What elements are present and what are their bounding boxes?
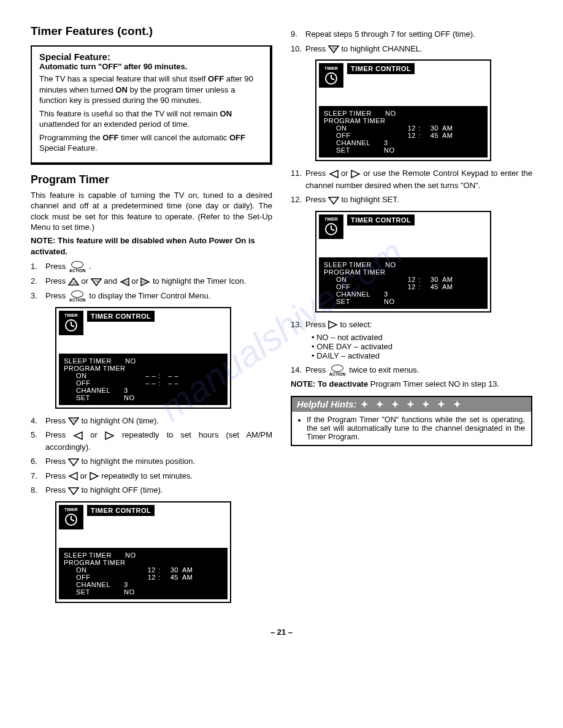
svg-line-32 — [331, 229, 334, 230]
osd-screen-2: TIMER TIMER CONTROL SLEEP TIMERNO PROGRA… — [55, 501, 231, 603]
timer-icon: TIMER — [59, 505, 83, 529]
osd-panel: SLEEP TIMERNO PROGRAM TIMER ON12:30AM OF… — [59, 548, 228, 599]
left-icon: VOL — [120, 278, 129, 286]
action-button-icon: ACTION — [329, 365, 346, 376]
right-steps-cont: 11. Press or or use the Remote Control K… — [291, 167, 532, 206]
svg-text:CH: CH — [71, 281, 77, 284]
svg-marker-29 — [329, 197, 339, 204]
svg-text:CH: CH — [93, 279, 99, 283]
left-steps: 1. Press ACTION . 2. Press CH or CH and … — [31, 260, 272, 302]
svg-marker-13 — [74, 432, 82, 439]
step-13: Press to select: — [305, 319, 532, 331]
special-p2: This feature is useful so that the TV wi… — [39, 108, 262, 130]
left-steps-cont: 4. Press CH to highlight ON (time). 5. P… — [31, 415, 272, 496]
option-one-day: ONE DAY – activated — [312, 342, 532, 351]
step-6: Press to highlight the minutes position. — [45, 455, 272, 468]
svg-line-10 — [71, 325, 74, 327]
right-steps: 9.Repeat steps 5 through 7 for setting O… — [291, 28, 532, 55]
left-icon — [329, 170, 339, 178]
special-p3: Programming the OFF timer will cancel th… — [39, 132, 262, 154]
action-button-icon: ACTION — [69, 261, 86, 273]
svg-marker-28 — [351, 170, 359, 178]
step-2: Press CH or CH and VOL or VOL to highlig… — [45, 275, 272, 287]
osd-panel: SLEEP TIMERNO PROGRAM TIMER ON12:30AM OF… — [319, 106, 488, 157]
osd-panel: SLEEP TIMERNO PROGRAM TIMER ON– –:– – OF… — [59, 354, 228, 405]
svg-text:CH: CH — [331, 47, 337, 50]
page-title: Timer Features (cont.) — [31, 25, 272, 38]
helpful-hints-box: Helpful Hints:✦ ✦ ✦ ✦ ✦ ✦ ✦ If the Progr… — [291, 396, 532, 446]
special-feature-box: Special Feature: Automatic turn "OFF" af… — [31, 45, 272, 165]
down-icon: CH — [68, 417, 79, 425]
timer-control-label: TIMER CONTROL — [87, 505, 155, 516]
step-14: Press ACTION twice to exit menus. — [305, 364, 532, 376]
svg-marker-16 — [69, 472, 77, 480]
timer-icon: TIMER — [59, 311, 83, 335]
right-steps-final: 13. Press to select: — [291, 319, 532, 331]
step-3: Press ACTION to display the Timer Contro… — [45, 290, 272, 302]
step-7: Press or repeatedly to set minutes. — [45, 470, 272, 482]
svg-marker-33 — [329, 321, 337, 328]
svg-line-26 — [331, 78, 334, 80]
svg-marker-15 — [69, 459, 79, 466]
left-column: Timer Features (cont.) Special Feature: … — [31, 25, 272, 609]
step-11: Press or or use the Remote Control Keypa… — [305, 167, 532, 191]
down-icon — [68, 458, 79, 466]
right-column: 9.Repeat steps 5 through 7 for setting O… — [291, 25, 532, 609]
svg-line-21 — [71, 520, 74, 521]
osd-screen-4: TIMER TIMER CONTROL SLEEP TIMERNO PROGRA… — [315, 211, 491, 313]
osd-panel: SLEEP TIMERNO PROGRAM TIMER ON12:30AM OF… — [319, 257, 488, 309]
right-icon — [105, 431, 115, 440]
helpful-hints-body: If the Program Timer "ON" functions whil… — [292, 412, 531, 445]
up-icon: CH — [68, 278, 79, 286]
step-9: Repeat steps 5 through 7 for setting OFF… — [305, 28, 532, 40]
svg-text:CH: CH — [71, 419, 77, 422]
right-icon — [351, 170, 361, 178]
down-icon: CH — [328, 45, 339, 53]
two-column-layout: Timer Features (cont.) Special Feature: … — [31, 25, 532, 609]
timer-control-label: TIMER CONTROL — [347, 63, 415, 74]
right-icon — [328, 320, 338, 329]
svg-text:VOL: VOL — [141, 280, 147, 284]
program-timer-desc: This feature is capable of turning the T… — [31, 190, 272, 233]
step-5: Press or repeatedly to set hours (set AM… — [45, 429, 272, 453]
timer-icon: TIMER — [319, 214, 343, 239]
left-icon — [73, 431, 83, 440]
right-icon: VOL — [140, 278, 150, 286]
down-icon — [68, 487, 79, 495]
page-number: – 21 – — [31, 628, 532, 637]
svg-marker-27 — [330, 170, 338, 178]
step-10: Press CH to highlight CHANNEL. — [305, 43, 532, 55]
step-1: Press ACTION . — [45, 260, 272, 273]
timer-control-label: TIMER CONTROL — [347, 214, 415, 226]
action-button-icon: ACTION — [69, 290, 86, 302]
osd-screen-1: TIMER TIMER CONTROL SLEEP TIMERNO PROGRA… — [55, 307, 231, 409]
svg-marker-17 — [90, 472, 98, 480]
deactivate-note: NOTE: To deactivate Program Timer select… — [291, 379, 532, 390]
step-4: Press CH to highlight ON (time). — [45, 415, 272, 427]
option-no: NO – not activated — [312, 333, 532, 342]
down-icon — [328, 196, 339, 205]
timer-icon: TIMER — [319, 63, 343, 88]
right-icon — [90, 472, 99, 480]
svg-marker-14 — [105, 432, 113, 439]
svg-text:VOL: VOL — [123, 280, 129, 284]
special-subtitle: Automatic turn "OFF" after 90 minutes. — [39, 62, 262, 71]
step-13-options: NO – not activated ONE DAY – activated D… — [312, 333, 532, 360]
right-steps-14: 14. Press ACTION twice to exit menus. — [291, 364, 532, 376]
helpful-hints-title: Helpful Hints:✦ ✦ ✦ ✦ ✦ ✦ ✦ — [292, 397, 531, 412]
left-icon — [68, 472, 78, 480]
svg-marker-18 — [69, 488, 79, 495]
special-title: Special Feature: — [39, 51, 262, 62]
down-icon: CH — [91, 278, 102, 286]
timer-control-label: TIMER CONTROL — [87, 311, 155, 322]
step-8: Press to highlight OFF (time). — [45, 484, 272, 496]
special-p1: The TV has a special feature that will s… — [39, 74, 262, 106]
program-timer-heading: Program Timer — [31, 173, 272, 186]
osd-screen-3: TIMER TIMER CONTROL SLEEP TIMERNO PROGRA… — [315, 59, 491, 161]
program-timer-note: NOTE: This feature will be disabled when… — [31, 235, 272, 257]
option-daily: DAILY – activated — [312, 351, 532, 360]
step-12: Press to highlight SET. — [305, 194, 532, 206]
